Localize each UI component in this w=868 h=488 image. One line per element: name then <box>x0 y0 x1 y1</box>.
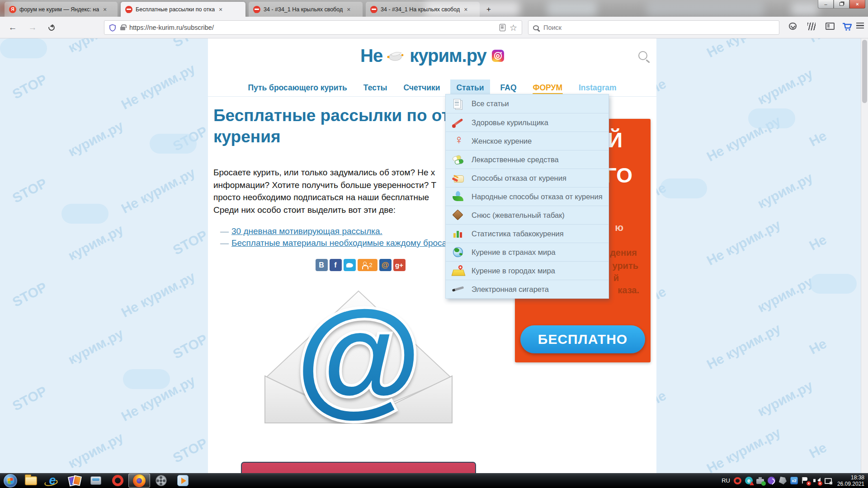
pocket-button[interactable] <box>789 23 797 30</box>
tray-x2-icon[interactable] <box>790 477 798 484</box>
tab-yandex-search[interactable]: Я форум не курим — Яндекс: на × <box>5 2 118 17</box>
maximize-button[interactable] <box>834 0 849 9</box>
tracking-shield-icon <box>109 24 116 32</box>
tab-close-icon[interactable]: × <box>347 6 350 13</box>
dropdown-menu-item[interactable]: Лекарственные средства <box>446 150 609 169</box>
tray-action-center-icon[interactable] <box>802 477 809 484</box>
menu-button[interactable] <box>856 23 864 28</box>
odnoklassniki-share-button[interactable]: 2 <box>358 259 377 271</box>
new-tab-button[interactable]: + <box>483 4 495 15</box>
url-text[interactable]: https://ne-kurim.ru/subscribe/ <box>129 24 495 31</box>
dropdown-menu-item[interactable]: Способы отказа от курения <box>446 169 609 187</box>
start-button[interactable] <box>4 474 17 488</box>
googleplus-share-button[interactable]: g+ <box>393 259 406 271</box>
opera-icon <box>112 475 123 486</box>
reader-mode-icon[interactable] <box>500 24 505 31</box>
taskbar-scanner-app[interactable] <box>85 474 107 488</box>
tray-usb-icon[interactable] <box>756 479 764 484</box>
tray-volume-muted-icon[interactable] <box>813 477 821 484</box>
media-player-icon <box>177 475 189 486</box>
minimize-button[interactable]: – <box>818 0 834 9</box>
logo-text-second: курим.ру <box>410 46 486 66</box>
tab-forum-thread[interactable]: 34 - #34_1 На крыльях свобод × <box>249 2 363 17</box>
tray-antivirus-icon[interactable] <box>745 477 753 484</box>
watermark-text: STOP <box>10 71 50 102</box>
tab-close-icon[interactable]: × <box>464 6 467 13</box>
browser-titlebar: Я форум не курим — Яндекс: на × Бесплатн… <box>0 0 868 17</box>
dropdown-menu-item[interactable]: Снюс (жевательный табак) <box>446 206 609 224</box>
taskbar-clock[interactable]: 18:38 26.09.2021 <box>837 474 864 487</box>
twitter-share-button[interactable] <box>344 259 356 271</box>
facebook-share-button[interactable]: f <box>330 259 342 271</box>
taskbar-internet-explorer[interactable]: e <box>42 474 63 488</box>
taskbar-explorer[interactable] <box>20 474 42 488</box>
taskbar-firefox-active[interactable] <box>128 474 150 488</box>
taskbar-media-player-classic[interactable] <box>150 474 172 488</box>
dropdown-menu-item[interactable]: Народные способы отказа от курения <box>446 187 609 206</box>
subscription-link[interactable]: 30 дневная мотивирующая рассылка. <box>231 226 382 236</box>
bookmark-star-icon[interactable]: ☆ <box>509 23 517 32</box>
forward-button[interactable]: → <box>26 21 39 34</box>
taskbar-photo-viewer[interactable] <box>63 474 85 488</box>
svg-text:@: @ <box>296 284 421 424</box>
dropdown-menu-item[interactable]: Здоровье курильщика <box>446 113 609 131</box>
watermark-text: курим.ру <box>66 430 126 472</box>
tray-utility-icon[interactable] <box>779 477 787 484</box>
dropdown-item-label: Лекарственные средства <box>472 155 559 164</box>
dropdown-menu-item[interactable]: Курение в странах мира <box>446 243 609 261</box>
promo-text-fragment: й <box>613 273 619 283</box>
reload-button[interactable] <box>45 21 58 34</box>
free-button[interactable]: БЕСПЛАТНО <box>520 325 645 353</box>
back-button[interactable]: ← <box>6 21 19 34</box>
dropdown-menu-item[interactable]: Все статьи <box>446 94 609 113</box>
instagram-logo-icon[interactable] <box>492 50 504 62</box>
watermark-text: Не курим.ру <box>119 269 198 320</box>
nav-item[interactable]: Путь бросающего курить <box>242 80 353 96</box>
dropdown-item-label: Курение в странах мира <box>472 248 556 257</box>
tab-close-icon[interactable]: × <box>219 6 222 13</box>
dropdown-menu-item[interactable]: Статистика табакокурения <box>446 224 609 243</box>
tab-forum-thread-2[interactable]: 34 - #34_1 На крыльях свобод × <box>366 2 480 17</box>
browser-toolbar: ← → https://ne-kurim.ru/subscribe/ ☆ <box>0 17 868 38</box>
scrollbar-thumb[interactable] <box>862 40 867 103</box>
tab-close-icon[interactable]: × <box>103 6 107 13</box>
system-tray: RU 18:38 26.09.2021 <box>722 474 868 487</box>
mailru-share-button[interactable]: @ <box>379 259 392 271</box>
watermark-text: Не курим.ру <box>704 217 783 268</box>
close-button[interactable]: × <box>849 0 865 9</box>
library-button[interactable] <box>807 23 816 30</box>
dropdown-menu-item[interactable]: Женское курение <box>446 131 609 150</box>
search-bar[interactable] <box>528 20 779 35</box>
language-indicator[interactable]: RU <box>722 477 730 484</box>
sidebar-button[interactable] <box>826 23 835 30</box>
subscription-link[interactable]: Бесплатные материалы необходимые каждому… <box>231 238 460 248</box>
watermark-cloud <box>0 38 47 58</box>
watermark-text: STOP <box>170 435 210 466</box>
address-bar[interactable]: https://ne-kurim.ru/subscribe/ ☆ <box>104 20 522 35</box>
dropdown-menu-item[interactable]: Электронная сигарета <box>446 280 609 298</box>
dropdown-menu-item[interactable]: Курение в городах мира <box>446 261 609 280</box>
dropdown-item-label: Электронная сигарета <box>472 285 549 294</box>
tab-subscribe-active[interactable]: Бесплатные рассылки по отка × <box>121 2 245 17</box>
cart-extension-button[interactable] <box>842 22 853 32</box>
taskbar-windows-media-player[interactable] <box>172 474 193 488</box>
promo-text-fragment: урить <box>613 261 638 271</box>
nav-item[interactable]: Тесты <box>358 80 393 96</box>
nav-item-label: Счетчики <box>403 83 440 93</box>
tray-viber-icon[interactable] <box>768 477 775 484</box>
taskbar-opera[interactable] <box>107 474 128 488</box>
vk-share-button[interactable]: В <box>316 259 328 271</box>
site-logo[interactable]: Не курим.ру <box>208 46 656 66</box>
tray-opera-icon[interactable] <box>734 477 741 484</box>
search-input[interactable] <box>542 23 774 32</box>
watermark-text: STOP <box>10 175 50 206</box>
tray-network-icon[interactable] <box>824 477 832 484</box>
nav-item[interactable]: Счетчики <box>397 80 446 96</box>
subscribe-button[interactable] <box>241 462 476 473</box>
tab-title: 34 - #34_1 На крыльях свобод <box>264 6 343 13</box>
wallpaper-blur <box>547 1 597 16</box>
site-search-icon[interactable] <box>638 51 647 60</box>
page-scrollbar[interactable] <box>861 38 868 473</box>
watermark-text: Не курим.ру <box>704 321 783 372</box>
watermark-text: STOP <box>170 227 210 258</box>
